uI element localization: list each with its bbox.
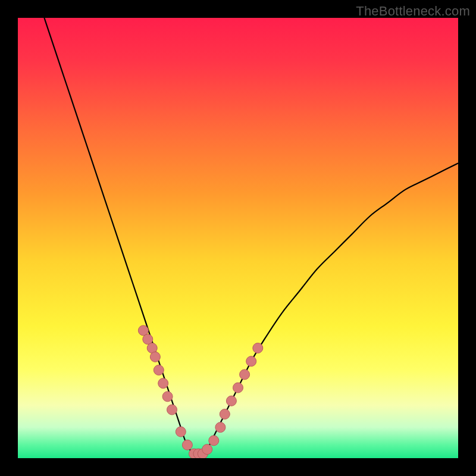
marker-point	[209, 436, 219, 446]
marker-point	[158, 378, 168, 389]
marker-point	[150, 352, 160, 362]
marker-point	[202, 444, 212, 455]
marker-point	[220, 409, 230, 419]
chart-frame: TheBottleneck.com	[0, 0, 476, 476]
marker-point	[167, 405, 177, 415]
marker-point	[215, 422, 226, 433]
marker-point	[246, 356, 256, 367]
marker-point	[162, 392, 173, 402]
plot-area	[18, 18, 458, 458]
marker-point	[182, 440, 192, 450]
chart-svg	[18, 18, 458, 458]
marker-point	[233, 383, 243, 393]
marker-point	[253, 343, 263, 353]
marker-point	[226, 396, 236, 406]
marker-point	[176, 427, 186, 437]
watermark-text: TheBottleneck.com	[356, 4, 470, 19]
marker-point	[240, 369, 250, 380]
marker-point	[154, 365, 164, 375]
